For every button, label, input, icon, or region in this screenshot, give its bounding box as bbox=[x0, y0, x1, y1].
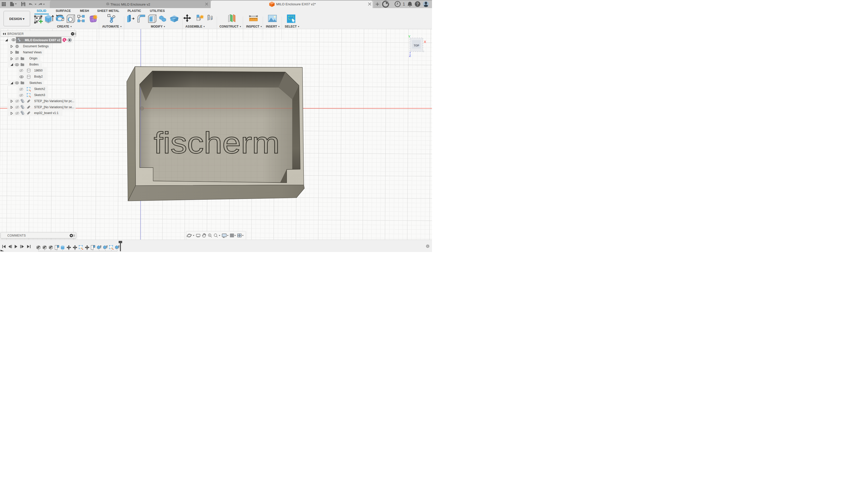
svg-text:Y: Y bbox=[408, 35, 410, 38]
svg-text:1: 1 bbox=[403, 2, 405, 7]
svg-text:?: ? bbox=[416, 2, 419, 6]
svg-text:fischerm: fischerm bbox=[154, 126, 280, 159]
svg-text:TOP: TOP bbox=[414, 44, 419, 47]
svg-text:X: X bbox=[424, 40, 426, 44]
svg-text:Z: Z bbox=[409, 54, 411, 58]
